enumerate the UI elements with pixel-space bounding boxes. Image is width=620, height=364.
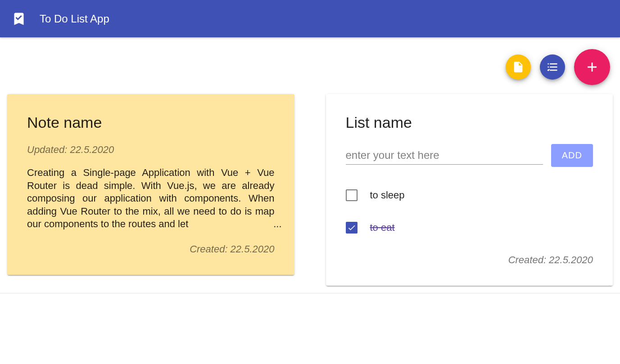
list-text-input[interactable] (346, 146, 543, 165)
app-logo-icon (11, 10, 27, 28)
check-icon (347, 223, 356, 232)
list-add-button[interactable]: ADD (551, 144, 593, 167)
note-body-text: Creating a Single-page Application with … (27, 167, 275, 229)
list-item: to eat (346, 222, 593, 234)
new-note-button[interactable] (506, 54, 531, 80)
list-item-label: to eat (370, 222, 395, 234)
checklist-icon (546, 61, 559, 73)
note-card[interactable]: Note name Updated: 22.5.2020 Creating a … (7, 94, 294, 275)
main-content: Note name Updated: 22.5.2020 Creating a … (0, 37, 620, 293)
list-input-row: ADD (346, 144, 593, 167)
note-updated: Updated: 22.5.2020 (27, 144, 275, 156)
plus-icon (584, 59, 600, 75)
list-title: List name (346, 114, 593, 131)
list-item: to sleep (346, 189, 593, 201)
note-body: Creating a Single-page Application with … (27, 166, 275, 231)
app-title: To Do List App (40, 13, 109, 25)
list-item-label: to sleep (370, 189, 405, 201)
list-created: Created: 22.5.2020 (346, 254, 593, 266)
checkbox-checked-icon[interactable] (346, 222, 358, 234)
new-list-button[interactable] (540, 54, 565, 80)
cards-row: Note name Updated: 22.5.2020 Creating a … (7, 94, 613, 286)
add-button[interactable] (574, 49, 610, 85)
fab-row (7, 45, 613, 94)
list-card[interactable]: List name ADD to sleep to eat Created: 2… (326, 94, 613, 286)
app-bar: To Do List App (0, 0, 620, 37)
note-created: Created: 22.5.2020 (27, 243, 275, 255)
checkbox-unchecked-icon[interactable] (346, 189, 358, 201)
file-icon (512, 61, 525, 73)
note-ellipsis: ... (273, 218, 281, 231)
note-title: Note name (27, 114, 275, 131)
